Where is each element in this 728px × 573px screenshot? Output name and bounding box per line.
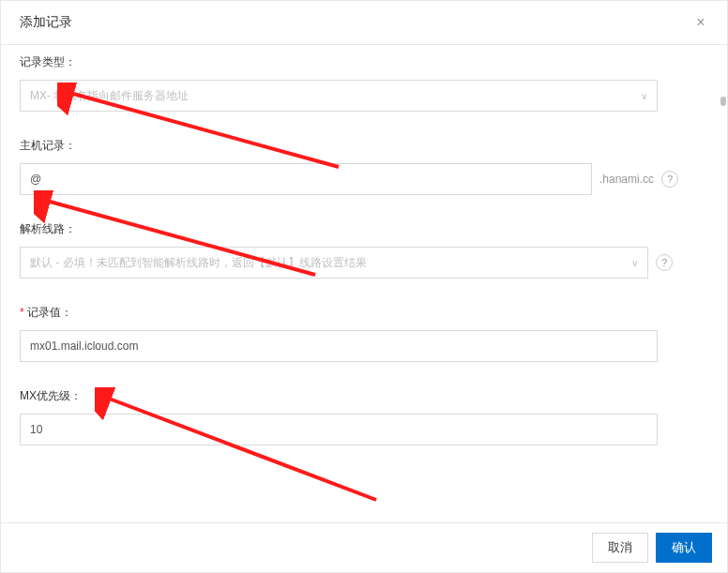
input-mx-priority-wrapper bbox=[20, 414, 658, 445]
modal-footer: 取消 确认 bbox=[1, 522, 727, 572]
label-mx-priority: MX优先级： bbox=[20, 388, 706, 404]
label-record-value: 记录值： bbox=[20, 305, 706, 321]
close-icon[interactable]: × bbox=[693, 15, 708, 30]
input-mx-priority[interactable] bbox=[30, 415, 647, 445]
label-record-type: 记录类型： bbox=[20, 54, 706, 70]
field-record-type: 记录类型： MX- 将域名指向邮件服务器地址 ∨ bbox=[20, 54, 706, 112]
select-resolve-line[interactable]: 默认 - 必填！未匹配到智能解析线路时，返回【默认】线路设置结果 ∨ bbox=[20, 247, 648, 279]
help-icon[interactable]: ? bbox=[661, 171, 678, 188]
input-host-record-wrapper bbox=[20, 163, 592, 195]
input-host-record[interactable] bbox=[30, 164, 582, 194]
help-icon[interactable]: ? bbox=[656, 254, 673, 271]
field-resolve-line: 解析线路： 默认 - 必填！未匹配到智能解析线路时，返回【默认】线路设置结果 ∨… bbox=[20, 221, 706, 279]
host-record-suffix: .hanami.cc bbox=[599, 173, 654, 186]
confirm-button[interactable]: 确认 bbox=[656, 533, 712, 563]
select-record-type[interactable]: MX- 将域名指向邮件服务器地址 ∨ bbox=[20, 80, 658, 112]
chevron-down-icon: ∨ bbox=[641, 91, 647, 101]
label-host-record: 主机记录： bbox=[20, 138, 706, 154]
field-mx-priority: MX优先级： bbox=[20, 388, 706, 445]
scrollbar-thumb[interactable] bbox=[720, 97, 726, 106]
modal-title: 添加记录 bbox=[20, 14, 72, 31]
modal-body: 记录类型： MX- 将域名指向邮件服务器地址 ∨ 主机记录： .hanami.c… bbox=[1, 45, 727, 522]
select-record-type-value: MX- 将域名指向邮件服务器地址 bbox=[30, 88, 189, 104]
modal-header: 添加记录 × bbox=[1, 1, 727, 45]
input-record-value[interactable] bbox=[30, 331, 647, 361]
label-resolve-line: 解析线路： bbox=[20, 221, 706, 237]
field-record-value: 记录值： bbox=[20, 305, 706, 362]
select-resolve-line-value: 默认 - 必填！未匹配到智能解析线路时，返回【默认】线路设置结果 bbox=[30, 255, 367, 271]
chevron-down-icon: ∨ bbox=[631, 258, 638, 268]
add-record-modal: 添加记录 × 记录类型： MX- 将域名指向邮件服务器地址 ∨ 主机记录： bbox=[0, 0, 728, 573]
input-record-value-wrapper bbox=[20, 330, 658, 362]
scrollbar-track[interactable] bbox=[720, 45, 727, 522]
cancel-button[interactable]: 取消 bbox=[592, 533, 648, 563]
field-host-record: 主机记录： .hanami.cc ? bbox=[20, 138, 706, 195]
